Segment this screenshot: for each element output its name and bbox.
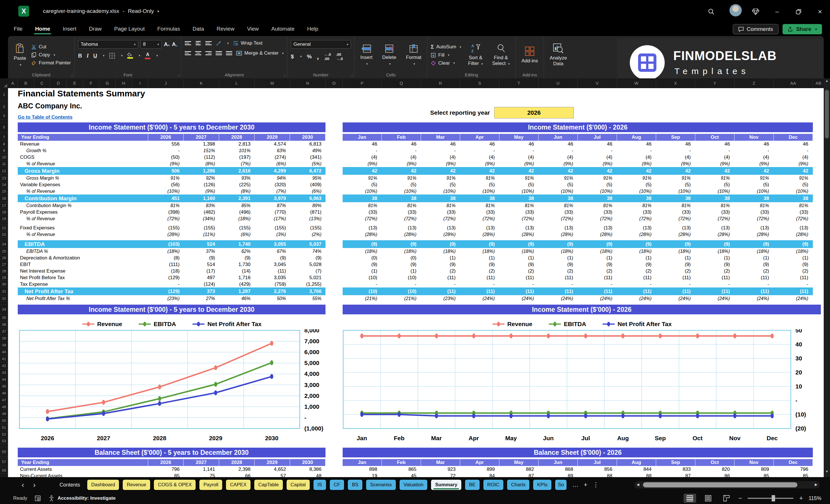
- comments-button[interactable]: Comments: [733, 24, 778, 34]
- cell-value[interactable]: 37%: [184, 248, 219, 255]
- cell-value[interactable]: 514: [184, 261, 219, 268]
- cell-value[interactable]: 85: [774, 473, 813, 477]
- sheet-tab-roic[interactable]: ROIC: [483, 479, 504, 491]
- cell-value[interactable]: 4,652: [255, 466, 290, 473]
- cell-value[interactable]: (9%): [148, 160, 184, 167]
- accessibility-status[interactable]: Accessibility: Investigate: [58, 496, 116, 501]
- cell-value[interactable]: (18%): [578, 248, 617, 255]
- cell-value[interactable]: (5): [539, 181, 578, 188]
- cell-value[interactable]: 38: [539, 194, 578, 202]
- row-label[interactable]: % of Revenue: [18, 188, 148, 194]
- cell-value[interactable]: (9%): [734, 160, 774, 167]
- cell-value[interactable]: 809: [734, 466, 774, 473]
- column-header-y[interactable]: Y: [695, 78, 734, 88]
- cell-value[interactable]: 6,472: [290, 167, 325, 175]
- cell-value[interactable]: (11): [499, 274, 539, 281]
- sheet-tab-captable[interactable]: CapTable: [254, 479, 283, 491]
- decrease-font-button[interactable]: A˅: [172, 41, 178, 48]
- cell-value[interactable]: (5): [695, 181, 734, 188]
- cell-value[interactable]: (4): [421, 154, 460, 160]
- cell-value[interactable]: (274): [255, 154, 290, 160]
- cell-value[interactable]: (28%): [148, 231, 184, 238]
- row-header-41[interactable]: 41: [0, 355, 8, 363]
- row-header-59[interactable]: 59: [0, 467, 8, 474]
- column-header-t[interactable]: T: [499, 78, 539, 88]
- cell-value[interactable]: (155): [219, 224, 255, 231]
- page-layout-view-icon[interactable]: [702, 494, 714, 503]
- cell-value[interactable]: 524: [184, 240, 219, 248]
- align-center-icon[interactable]: [195, 51, 201, 55]
- percent-format-button[interactable]: %: [307, 54, 312, 60]
- scroll-left-icon[interactable]: ◀: [637, 482, 639, 486]
- row-header-37[interactable]: 37: [0, 328, 8, 335]
- cell-value[interactable]: (33): [499, 209, 539, 215]
- cell-value[interactable]: (21%): [382, 295, 421, 302]
- cell-value[interactable]: (34%): [184, 215, 219, 222]
- cell-value[interactable]: -: [774, 147, 813, 154]
- cell-value[interactable]: -: [382, 281, 421, 287]
- cell-value[interactable]: 38: [421, 194, 460, 202]
- row-header-4[interactable]: [0, 120, 8, 122]
- cell-value[interactable]: 923: [421, 466, 460, 473]
- zoom-level[interactable]: 115%: [808, 496, 822, 501]
- row-header-48[interactable]: 48: [0, 404, 8, 410]
- fill-color-dropdown-icon[interactable]: ▾: [139, 54, 140, 58]
- cell-value[interactable]: (11): [734, 287, 774, 295]
- cell-value[interactable]: -: [774, 281, 813, 287]
- cell-value[interactable]: (28%): [656, 231, 695, 238]
- cell-value[interactable]: -: [148, 147, 184, 154]
- col-header-jun[interactable]: Jun: [539, 459, 578, 466]
- sheet-tab-dashboard[interactable]: Dashboard: [87, 479, 120, 491]
- cell-value[interactable]: (9): [578, 261, 617, 268]
- row-header-51[interactable]: 51: [0, 424, 8, 431]
- sheet-tab-cogs-opex[interactable]: COGS & OPEX: [153, 479, 196, 491]
- cell-value[interactable]: -: [656, 281, 695, 287]
- cell-value[interactable]: (5): [343, 181, 382, 188]
- cell-value[interactable]: (8%): [184, 160, 219, 167]
- cell-value[interactable]: (5): [421, 181, 460, 188]
- cell-value[interactable]: (398): [148, 209, 184, 215]
- cell-value[interactable]: 46%: [219, 295, 255, 302]
- cell-value[interactable]: (9): [695, 261, 734, 268]
- column-header-z[interactable]: Z: [734, 78, 774, 88]
- cell-value[interactable]: 91%: [774, 175, 813, 181]
- cell-value[interactable]: (11): [255, 268, 290, 274]
- cell-value[interactable]: (5): [656, 181, 695, 188]
- cell-value[interactable]: 2,616: [219, 167, 255, 175]
- cell-value[interactable]: 3,055: [255, 240, 290, 248]
- wrap-text-button[interactable]: Wrap Text: [233, 40, 262, 46]
- cell-value[interactable]: (13): [578, 224, 617, 231]
- merge-dropdown-icon[interactable]: ▾: [282, 52, 284, 55]
- paste-button[interactable]: Paste▾: [11, 39, 28, 71]
- row-header-7[interactable]: 7: [0, 134, 8, 141]
- cell-value[interactable]: -: [460, 147, 499, 154]
- cell-value[interactable]: 8,386: [290, 466, 325, 473]
- column-header-o[interactable]: O: [325, 78, 343, 88]
- cell-value[interactable]: 1,286: [184, 167, 219, 175]
- cell-value[interactable]: (9): [774, 240, 813, 248]
- cell-value[interactable]: (341): [290, 154, 325, 160]
- cell-value[interactable]: (10%): [539, 188, 578, 194]
- cell-value[interactable]: (72%): [734, 215, 774, 222]
- row-header-55[interactable]: 55: [0, 447, 8, 457]
- col-header-feb[interactable]: Feb: [382, 459, 421, 466]
- cell-value[interactable]: 42: [421, 167, 460, 175]
- cell-value[interactable]: (7): [290, 268, 325, 274]
- row-header-49[interactable]: 49: [0, 410, 8, 417]
- col-header-jun[interactable]: Jun: [539, 134, 578, 141]
- decrease-decimal-button[interactable]: .00→.0: [336, 52, 343, 61]
- cell-value[interactable]: -: [421, 147, 460, 154]
- col-header-2028[interactable]: 2028: [219, 134, 255, 141]
- cell-value[interactable]: (33): [656, 209, 695, 215]
- scroll-up-icon[interactable]: ▲: [824, 79, 830, 83]
- alignment-dialog-launcher[interactable]: ⌟: [284, 73, 285, 77]
- select-all-corner[interactable]: [0, 78, 8, 88]
- cell-value[interactable]: 42: [343, 167, 382, 175]
- cell-value[interactable]: (10): [343, 274, 382, 281]
- row-label[interactable]: Current Assets: [18, 466, 148, 473]
- cell-value[interactable]: (6%): [290, 188, 325, 194]
- cell-value[interactable]: 42: [695, 167, 734, 175]
- menu-tab-help[interactable]: Help: [302, 23, 323, 35]
- cell-value[interactable]: (9): [734, 240, 774, 248]
- cell-value[interactable]: 42: [617, 167, 656, 175]
